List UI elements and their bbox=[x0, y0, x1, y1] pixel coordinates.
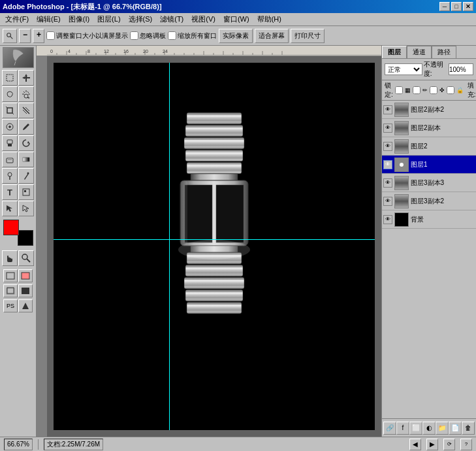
menu-file[interactable]: 文件(F) bbox=[1, 13, 33, 25]
crop-tool[interactable] bbox=[2, 103, 18, 118]
layer-eye-bg[interactable]: 👁 bbox=[383, 215, 392, 224]
svg-rect-25 bbox=[23, 158, 29, 161]
layer-thumb-bg bbox=[394, 212, 409, 227]
svg-line-8 bbox=[24, 92, 25, 93]
mode-row-1 bbox=[3, 269, 33, 282]
lock-move-checkbox[interactable] bbox=[430, 86, 437, 94]
svg-marker-32 bbox=[23, 205, 29, 212]
marquee-tool[interactable] bbox=[2, 70, 18, 86]
svg-point-33 bbox=[22, 254, 27, 259]
foreground-color-swatch[interactable] bbox=[3, 220, 19, 235]
type-tool[interactable]: T bbox=[2, 184, 18, 200]
panel-mask-btn[interactable]: ⬜ bbox=[409, 422, 422, 435]
layer-eye-3copy3[interactable]: 👁 bbox=[383, 178, 392, 188]
menu-layer[interactable]: 图层(L) bbox=[93, 13, 124, 25]
brush-tool[interactable] bbox=[18, 119, 34, 135]
panel-style-btn[interactable]: f bbox=[396, 422, 409, 435]
panel-delete-layer-btn[interactable]: 🗑 bbox=[462, 422, 475, 435]
heal-tool[interactable] bbox=[2, 119, 18, 135]
background-color-swatch[interactable] bbox=[18, 230, 33, 246]
print-size-btn[interactable]: 打印尺寸 bbox=[291, 29, 325, 43]
status-menu-btn[interactable]: ⟳ bbox=[443, 439, 455, 450]
ignore-adjust-checkbox[interactable] bbox=[130, 31, 138, 40]
layer-eye-1[interactable]: 👁 bbox=[383, 160, 392, 169]
menu-help[interactable]: 帮助(H) bbox=[253, 13, 285, 25]
move-tool[interactable] bbox=[18, 70, 34, 86]
adjust-window-checkbox[interactable] bbox=[46, 31, 55, 40]
menu-image[interactable]: 图像(I) bbox=[65, 13, 93, 25]
tab-paths[interactable]: 路径 bbox=[432, 46, 456, 58]
panel-link-btn[interactable]: 🔗 bbox=[383, 422, 396, 435]
hand-tool[interactable] bbox=[2, 250, 18, 266]
tab-channels[interactable]: 通道 bbox=[407, 46, 432, 58]
path-select-tool[interactable] bbox=[2, 201, 18, 216]
next-page-btn[interactable]: ▶ bbox=[426, 439, 438, 450]
magic-wand-tool[interactable] bbox=[18, 86, 34, 102]
slice-tool[interactable] bbox=[18, 103, 34, 118]
stamp-tool[interactable] bbox=[2, 135, 18, 151]
close-button[interactable]: ✕ bbox=[463, 2, 473, 11]
opacity-input[interactable] bbox=[449, 63, 473, 75]
zoom-in-btn[interactable]: + bbox=[33, 29, 44, 43]
shrink-window-checkbox[interactable] bbox=[168, 31, 176, 40]
fit-screen-btn[interactable]: 适合屏幕 bbox=[255, 29, 289, 43]
zoom-out-btn[interactable]: − bbox=[19, 29, 31, 43]
svg-rect-95 bbox=[187, 112, 242, 124]
layer-eye-3copy2[interactable]: 👁 bbox=[383, 197, 392, 206]
prev-page-btn[interactable]: ◀ bbox=[409, 439, 421, 450]
lasso-tool[interactable] bbox=[2, 86, 18, 102]
tool-row-1 bbox=[2, 70, 34, 86]
layer-thumb-3copy3 bbox=[394, 176, 409, 190]
layer-eye-2[interactable]: 👁 bbox=[383, 142, 392, 151]
gradient-tool[interactable] bbox=[18, 152, 34, 167]
actual-pixels-btn[interactable]: 实际像素 bbox=[219, 29, 253, 43]
layer-eye-2copy2[interactable]: 👁 bbox=[383, 105, 392, 114]
svg-rect-121 bbox=[185, 290, 243, 301]
layer-item-2-copy[interactable]: 👁 图层2副本 bbox=[382, 119, 476, 137]
color-section bbox=[2, 220, 35, 246]
layer-item-3-copy3[interactable]: 👁 图层3副本3 bbox=[382, 174, 476, 192]
extra-btn[interactable] bbox=[18, 299, 33, 312]
layer-item-1[interactable]: 👁 图层1 bbox=[382, 156, 476, 174]
lock-paint-checkbox[interactable] bbox=[413, 86, 420, 94]
help-status-btn[interactable]: ? bbox=[460, 439, 472, 450]
maximize-button[interactable]: □ bbox=[451, 2, 462, 11]
svg-line-14 bbox=[12, 113, 14, 114]
panel-folder-btn[interactable]: 📁 bbox=[436, 422, 449, 435]
lock-transparent-checkbox[interactable] bbox=[395, 86, 403, 94]
blend-mode-select[interactable]: 正常 bbox=[385, 63, 422, 75]
svg-line-11 bbox=[27, 97, 29, 98]
menu-edit[interactable]: 编辑(E) bbox=[33, 13, 65, 25]
layer-item-background[interactable]: 👁 背景 bbox=[382, 210, 476, 229]
tool-row-8: T bbox=[2, 184, 34, 200]
panel-new-layer-btn[interactable]: 📄 bbox=[449, 422, 462, 435]
minimize-button[interactable]: ─ bbox=[439, 2, 450, 11]
direct-select-tool[interactable] bbox=[18, 201, 34, 216]
layer-item-3-copy2[interactable]: 👁 图层3副本2 bbox=[382, 192, 476, 210]
menu-select[interactable]: 选择(S) bbox=[125, 13, 157, 25]
panel-adjustment-btn[interactable]: ◐ bbox=[422, 422, 436, 435]
layer-name-3copy3: 图层3副本3 bbox=[411, 178, 444, 188]
dodge-tool[interactable] bbox=[2, 168, 18, 184]
standard-mode-btn[interactable] bbox=[3, 269, 18, 282]
lock-all-checkbox[interactable] bbox=[447, 86, 454, 94]
toolbar-zoom-icon[interactable] bbox=[3, 29, 17, 43]
menu-window[interactable]: 窗口(W) bbox=[219, 13, 253, 25]
jump-to-btn[interactable]: PS bbox=[3, 299, 18, 312]
quick-mask-btn[interactable] bbox=[18, 269, 33, 282]
screen-mode-standard[interactable] bbox=[3, 284, 18, 297]
zoom-tool[interactable] bbox=[18, 250, 34, 266]
screen-mode-full[interactable] bbox=[18, 284, 33, 297]
shape-tool[interactable] bbox=[18, 184, 34, 200]
tab-layers[interactable]: 图层 bbox=[382, 46, 407, 58]
canvas-scroll[interactable]: 1 2 4 6 8 10 12 bbox=[47, 56, 381, 437]
layer-item-2[interactable]: 👁 图层2 bbox=[382, 137, 476, 156]
eraser-tool[interactable] bbox=[2, 152, 18, 167]
layer-item-2-copy2[interactable]: 👁 图层2副本2 bbox=[382, 101, 476, 119]
svg-point-26 bbox=[8, 173, 12, 176]
history-tool[interactable] bbox=[18, 135, 34, 151]
menu-view[interactable]: 视图(V) bbox=[187, 13, 219, 25]
menu-filter[interactable]: 滤镜(T) bbox=[156, 13, 187, 25]
layer-eye-2copy[interactable]: 👁 bbox=[383, 124, 392, 133]
pen-tool[interactable] bbox=[18, 168, 34, 184]
